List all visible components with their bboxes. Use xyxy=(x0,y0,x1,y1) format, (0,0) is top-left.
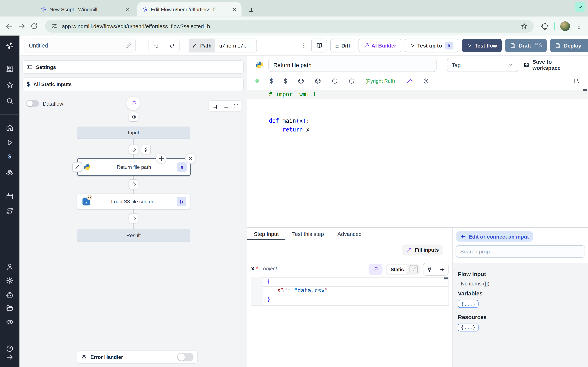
deploy-button[interactable]: Deploy xyxy=(550,39,588,52)
forward-icon[interactable] xyxy=(18,22,26,30)
code-editor[interactable]: # import wmill def main(x): return x xyxy=(247,88,588,227)
resources-cubes-icon[interactable] xyxy=(6,169,13,176)
add-trigger-bolt-button[interactable] xyxy=(141,145,151,154)
prop-search-input[interactable] xyxy=(456,249,585,254)
add-step-button[interactable] xyxy=(129,145,138,154)
zoom-in-button[interactable] xyxy=(209,101,220,111)
new-tab-button[interactable] xyxy=(245,4,255,15)
undo-button[interactable] xyxy=(149,39,164,52)
windmill-logo-icon[interactable] xyxy=(6,42,14,50)
scrollbar-thumb[interactable] xyxy=(444,277,448,279)
edit-pencil-icon[interactable] xyxy=(126,43,132,48)
schedules-calendar-icon[interactable] xyxy=(6,192,13,200)
expand-sidebar-arrow-icon[interactable] xyxy=(6,354,13,361)
ai-flow-button[interactable] xyxy=(126,97,140,110)
json-input-editor[interactable]: { "s3": "data.csv" } xyxy=(251,277,449,305)
site-info-icon[interactable] xyxy=(51,23,57,29)
profile-avatar[interactable] xyxy=(560,21,570,31)
ai-fill-button[interactable] xyxy=(369,264,382,275)
lint-status[interactable]: (Pyright Ruff) xyxy=(365,78,395,84)
plug-icon-button[interactable] xyxy=(424,263,436,275)
flow-name-field[interactable] xyxy=(24,39,136,52)
browser-tab-inactive[interactable]: New Script | Windmill xyxy=(36,2,134,17)
expression-f-icon[interactable]: f xyxy=(410,265,418,273)
tab-test-this-step[interactable]: Test this step xyxy=(285,228,331,240)
tab-step-input[interactable]: Step Input xyxy=(247,228,285,240)
test-up-to-button[interactable]: Test up to a xyxy=(405,39,458,52)
step-name-field[interactable] xyxy=(268,58,436,72)
static-option[interactable]: Static xyxy=(387,265,408,274)
add-step-button[interactable] xyxy=(129,112,138,122)
library-icon[interactable] xyxy=(573,78,580,84)
runs-play-icon[interactable] xyxy=(6,139,13,146)
scrollbar-thumb[interactable] xyxy=(583,89,587,91)
move-step-handle[interactable] xyxy=(156,153,166,164)
step-node-a[interactable]: Return file path a xyxy=(77,158,191,176)
settings-button[interactable]: Settings xyxy=(22,60,244,74)
zoom-out-button[interactable] xyxy=(220,101,231,111)
browser-menu-kebab-icon[interactable] xyxy=(575,22,583,30)
flow-result-node[interactable]: Result xyxy=(77,229,190,242)
test-flow-button[interactable]: Test flow xyxy=(462,39,502,52)
step-node-b[interactable]: TS Load S3 file content b xyxy=(77,194,190,209)
reload-icon[interactable] xyxy=(31,23,38,29)
tag-select[interactable]: Tag xyxy=(447,58,518,72)
editor-settings-gear-icon[interactable] xyxy=(423,78,429,84)
delete-step-button[interactable] xyxy=(185,153,196,164)
back-icon[interactable] xyxy=(5,22,13,30)
routes-icon[interactable] xyxy=(6,208,13,215)
ai-builder-button[interactable]: AI Builder xyxy=(358,39,401,52)
dataflow-toggle[interactable] xyxy=(26,100,39,107)
settings-gear-icon[interactable] xyxy=(6,277,13,284)
add-step-button[interactable] xyxy=(129,213,138,223)
ai-wand-icon[interactable] xyxy=(406,78,412,84)
url-bar[interactable]: app.windmill.dev/flows/edit/u/henri/effo… xyxy=(45,20,534,32)
workers-robot-icon[interactable] xyxy=(6,291,13,299)
help-icon[interactable] xyxy=(6,345,13,352)
home-icon[interactable] xyxy=(6,124,13,132)
resources-dollar-icon[interactable]: $ xyxy=(284,78,287,84)
prop-search-field[interactable] xyxy=(456,245,585,258)
save-to-workspace-button[interactable]: Save to workspace xyxy=(524,59,580,71)
audit-logs-eye-icon[interactable] xyxy=(6,318,13,326)
diff-button[interactable]: ± Diff xyxy=(330,39,355,52)
fill-inputs-button[interactable]: Fill inputs xyxy=(402,244,443,255)
more-options-kebab-icon[interactable] xyxy=(300,42,308,49)
add-step-button[interactable] xyxy=(129,179,138,189)
draft-button[interactable]: Draft ⌘S xyxy=(505,39,547,52)
tab-search-chevron-button[interactable] xyxy=(575,2,585,12)
tab-advanced[interactable]: Advanced xyxy=(331,228,369,240)
tab-close-icon[interactable] xyxy=(124,6,130,13)
user-icon[interactable] xyxy=(6,263,13,270)
flow-name-input[interactable] xyxy=(28,42,123,49)
fullscreen-button[interactable] xyxy=(231,101,242,111)
bookmark-star-icon[interactable] xyxy=(521,23,527,29)
edit-step-pencil-button[interactable] xyxy=(72,162,82,172)
path-chip[interactable]: Path u/henri/eff xyxy=(189,39,257,52)
error-handler-toggle[interactable] xyxy=(177,353,194,361)
redo-button[interactable] xyxy=(164,39,179,52)
docs-book-button[interactable] xyxy=(311,39,327,52)
reload-icon[interactable] xyxy=(348,78,355,84)
favorites-star-icon[interactable] xyxy=(6,81,13,89)
step-name-input[interactable] xyxy=(269,62,436,68)
browser-tab-active[interactable]: Edit Flow u/henri/effortless_fl xyxy=(137,2,242,17)
variables-dollar-icon[interactable]: $ xyxy=(6,154,13,161)
variables-object-button[interactable]: {...} xyxy=(458,300,479,308)
edit-or-connect-button[interactable]: Edit or connect an input xyxy=(456,231,533,242)
resources-object-button[interactable]: {...} xyxy=(458,324,479,332)
workspace-icon[interactable] xyxy=(6,65,13,73)
variables-dollar-icon[interactable]: $ xyxy=(270,78,273,84)
extensions-puzzle-icon[interactable] xyxy=(541,22,549,30)
package-icon[interactable] xyxy=(315,78,321,84)
all-static-inputs-button[interactable]: $ All Static Inputs xyxy=(22,77,244,91)
package-icon[interactable] xyxy=(298,78,304,84)
flow-input-node[interactable]: Input xyxy=(77,127,190,139)
arrow-right-button[interactable] xyxy=(436,263,448,275)
search-icon[interactable] xyxy=(6,98,13,105)
json-code[interactable]: { "s3": "data.csv" } xyxy=(263,277,449,305)
reload-icon[interactable] xyxy=(332,78,338,84)
folders-icon[interactable] xyxy=(6,304,13,312)
tab-close-icon[interactable] xyxy=(231,6,238,13)
error-handler-row[interactable]: Error Handler xyxy=(77,350,198,364)
